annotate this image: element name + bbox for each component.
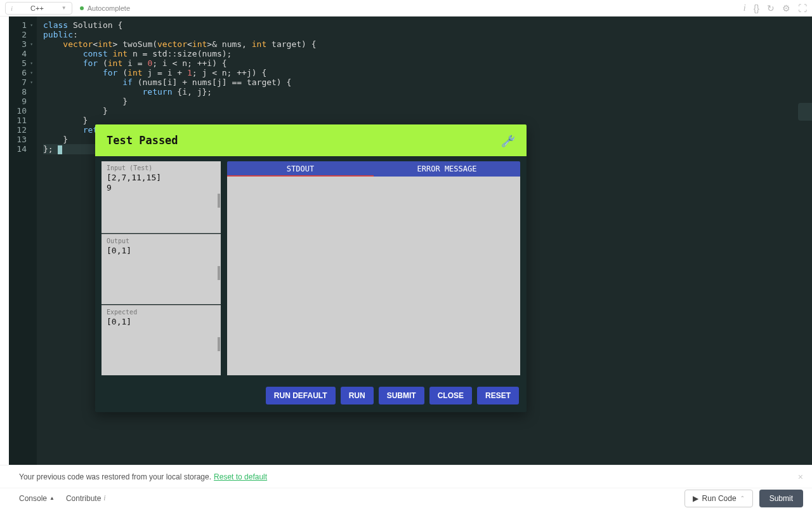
close-icon[interactable]: × <box>798 472 803 482</box>
restore-notice: Your previous code was restored from you… <box>0 465 812 488</box>
output-column: STDOUT ERROR MESSAGE <box>227 161 520 375</box>
info-icon: i <box>103 493 105 503</box>
test-result-dialog: Test Passed 🔧 Input (Test) [2,7,11,15] 9… <box>95 124 527 412</box>
input-label: Input (Test) <box>102 161 221 173</box>
dialog-body: Input (Test) [2,7,11,15] 9 Output [0,1] … <box>95 156 527 382</box>
reset-to-default-link[interactable]: Reset to default <box>214 472 267 481</box>
refresh-icon[interactable]: ↻ <box>767 3 775 13</box>
contribute-link[interactable]: Contribute i <box>66 493 106 503</box>
dialog-footer: RUN DEFAULT RUN SUBMIT CLOSE RESET <box>95 382 527 412</box>
dialog-title: Test Passed <box>107 134 178 147</box>
dialog-header: Test Passed 🔧 <box>95 124 527 156</box>
stdout-area <box>227 177 520 375</box>
run-default-button[interactable]: RUN DEFAULT <box>266 387 336 404</box>
input-value: [2,7,11,15] 9 <box>102 173 221 193</box>
wrench-icon[interactable]: 🔧 <box>502 133 515 147</box>
io-column: Input (Test) [2,7,11,15] 9 Output [0,1] … <box>102 161 221 375</box>
chevron-up-icon: ▲ <box>49 495 55 501</box>
braces-icon[interactable]: {} <box>754 3 759 13</box>
expected-label: Expected <box>102 305 221 317</box>
language-label: C++ <box>30 4 44 12</box>
footer-bar: Console ▲ Contribute i ▶ Run Code ⌃ Subm… <box>0 488 812 508</box>
toolbar-right: i {} ↻ ⚙ ⛶ <box>743 3 807 13</box>
input-panel: Input (Test) [2,7,11,15] 9 <box>102 161 221 233</box>
info-icon: i <box>11 4 13 12</box>
output-value: [0,1] <box>102 246 221 256</box>
run-code-label: Run Code <box>702 494 737 503</box>
editor-toolbar: i C++ ▼ Autocomplete i {} ↻ ⚙ ⛶ <box>0 0 812 17</box>
drag-handle[interactable] <box>218 266 220 280</box>
drag-handle[interactable] <box>218 337 220 351</box>
console-label: Console <box>19 494 47 503</box>
reset-button[interactable]: RESET <box>477 387 519 404</box>
output-panel: Output [0,1] <box>102 234 221 304</box>
run-code-button[interactable]: ▶ Run Code ⌃ <box>684 490 753 507</box>
console-toggle[interactable]: Console ▲ <box>19 494 55 503</box>
language-selector[interactable]: i C++ ▼ <box>5 2 72 15</box>
run-button[interactable]: RUN <box>341 387 374 404</box>
notice-text: Your previous code was restored from you… <box>19 472 211 481</box>
footer-right: ▶ Run Code ⌃ Submit <box>684 490 803 507</box>
submit-main-button[interactable]: Submit <box>759 490 803 507</box>
gutter: 1▾23▾45▾6▾7▾891011121314 <box>9 17 37 465</box>
side-tab[interactable] <box>798 103 812 121</box>
code-editor[interactable]: 1▾23▾45▾6▾7▾891011121314 class Solution … <box>9 17 812 465</box>
autocomplete-toggle[interactable]: Autocomplete <box>80 4 130 12</box>
tab-stdout[interactable]: STDOUT <box>227 161 374 177</box>
settings-icon[interactable]: ⚙ <box>782 3 790 13</box>
output-label: Output <box>102 234 221 246</box>
output-tabs: STDOUT ERROR MESSAGE <box>227 161 520 177</box>
autocomplete-label: Autocomplete <box>88 4 130 12</box>
fullscreen-icon[interactable]: ⛶ <box>798 3 807 13</box>
editor-container: 1▾23▾45▾6▾7▾891011121314 class Solution … <box>0 17 812 465</box>
contribute-label: Contribute <box>66 494 101 503</box>
expected-panel: Expected [0,1] <box>102 305 221 375</box>
tab-error[interactable]: ERROR MESSAGE <box>374 161 520 177</box>
chevron-down-icon: ▼ <box>62 5 67 11</box>
play-icon: ▶ <box>693 494 698 503</box>
chevron-up-icon: ⌃ <box>740 495 745 501</box>
close-button[interactable]: CLOSE <box>429 387 472 404</box>
submit-button[interactable]: SUBMIT <box>379 387 424 404</box>
expected-value: [0,1] <box>102 317 221 327</box>
info-icon[interactable]: i <box>743 3 746 13</box>
drag-handle[interactable] <box>218 194 220 208</box>
